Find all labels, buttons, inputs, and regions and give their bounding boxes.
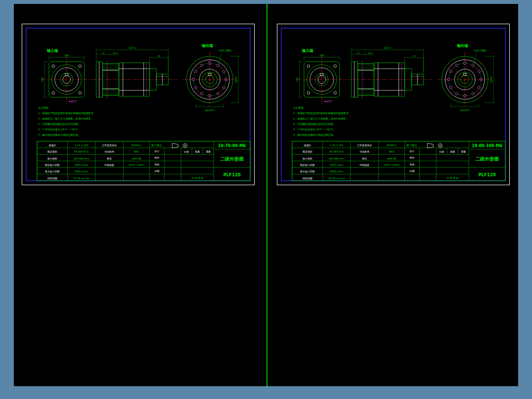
cad-preview-area: 输入端 输出端	[14, 4, 518, 386]
panel-divider-line	[266, 4, 267, 386]
drawing-sheet-1-svg: 19-70-90-M6	[22, 24, 254, 185]
drawing-code: 19-70-90-M6	[218, 144, 246, 148]
drawing-sheet-2[interactable]: 19-80-100-M6	[277, 24, 510, 185]
drawing-sheet-2-svg: 19-80-100-M6	[277, 24, 509, 185]
drawing-sheet-1[interactable]: 19-70-90-M6	[22, 24, 255, 185]
drawing-geometry	[26, 28, 250, 181]
drawing-code: 19-80-100-M6	[472, 144, 503, 148]
drawing-geometry	[281, 28, 505, 181]
